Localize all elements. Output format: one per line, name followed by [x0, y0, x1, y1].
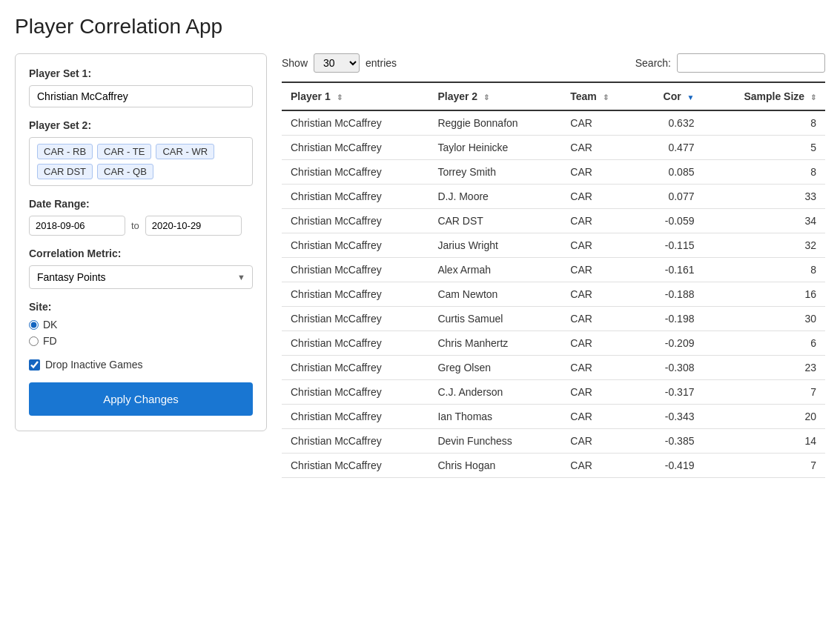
search-control: Search:	[635, 53, 825, 73]
player-set-1-input[interactable]	[29, 85, 253, 107]
cell-sample-size: 7	[703, 454, 825, 478]
cell-player1: Christian McCaffrey	[282, 331, 429, 356]
cell-player1: Christian McCaffrey	[282, 185, 429, 209]
cell-team: CAR	[561, 380, 637, 405]
content-area: Show 10 25 30 50 100 entries Search:	[282, 53, 825, 478]
col-header-player1[interactable]: Player 1 ⇕	[282, 82, 429, 110]
cell-cor: -0.308	[637, 356, 703, 380]
cell-cor: -0.385	[637, 429, 703, 454]
site-dk-radio[interactable]	[29, 320, 39, 330]
site-dk-option[interactable]: DK	[29, 319, 253, 331]
cell-cor: -0.059	[637, 209, 703, 233]
correlation-table: Player 1 ⇕ Player 2 ⇕ Team ⇕ Cor ▼ Sampl	[282, 82, 825, 478]
cell-sample-size: 6	[703, 331, 825, 356]
cell-sample-size: 32	[703, 233, 825, 258]
site-section: Site: DK FD	[29, 301, 253, 347]
tag-car-te[interactable]: CAR - TE	[97, 144, 151, 159]
cell-player2: Torrey Smith	[429, 160, 561, 185]
page-title: Player Correlation App	[15, 15, 825, 39]
table-row: Christian McCaffrey D.J. Moore CAR 0.077…	[282, 185, 825, 209]
search-input[interactable]	[677, 53, 825, 73]
cell-player2: C.J. Anderson	[429, 380, 561, 405]
cell-cor: -0.161	[637, 258, 703, 282]
player-set-2-label: Player Set 2:	[29, 119, 253, 131]
cell-team: CAR	[561, 282, 637, 307]
cell-cor: 0.632	[637, 110, 703, 136]
cell-team: CAR	[561, 233, 637, 258]
cell-player2: Chris Manhertz	[429, 331, 561, 356]
drop-inactive-label: Drop Inactive Games	[45, 359, 143, 371]
col-header-team[interactable]: Team ⇕	[561, 82, 637, 110]
correlation-metric-wrapper: Fantasy Points	[29, 265, 253, 289]
cell-player2: Jarius Wright	[429, 233, 561, 258]
sidebar: Player Set 1: Player Set 2: CAR - RB CAR…	[15, 53, 267, 431]
site-label: Site:	[29, 301, 253, 313]
site-fd-option[interactable]: FD	[29, 335, 253, 347]
cell-sample-size: 14	[703, 429, 825, 454]
entries-select[interactable]: 10 25 30 50 100	[314, 53, 360, 73]
cell-player2: Devin Funchess	[429, 429, 561, 454]
cell-cor: -0.188	[637, 282, 703, 307]
cell-player1: Christian McCaffrey	[282, 405, 429, 429]
cell-team: CAR	[561, 258, 637, 282]
cell-cor: -0.209	[637, 331, 703, 356]
cell-sample-size: 8	[703, 258, 825, 282]
site-fd-radio[interactable]	[29, 336, 39, 346]
cell-player1: Christian McCaffrey	[282, 282, 429, 307]
table-row: Christian McCaffrey Jarius Wright CAR -0…	[282, 233, 825, 258]
cell-sample-size: 23	[703, 356, 825, 380]
cell-team: CAR	[561, 209, 637, 233]
cell-player1: Christian McCaffrey	[282, 258, 429, 282]
correlation-metric-select[interactable]: Fantasy Points	[29, 265, 253, 289]
cell-player2: Taylor Heinicke	[429, 136, 561, 160]
col-header-player2[interactable]: Player 2 ⇕	[429, 82, 561, 110]
table-row: Christian McCaffrey C.J. Anderson CAR -0…	[282, 380, 825, 405]
player2-sort-icon: ⇕	[483, 93, 489, 102]
date-to-input[interactable]	[145, 216, 242, 236]
player-set-2-section: Player Set 2: CAR - RB CAR - TE CAR - WR…	[29, 119, 253, 186]
table-row: Christian McCaffrey Cam Newton CAR -0.18…	[282, 282, 825, 307]
cell-sample-size: 30	[703, 307, 825, 331]
search-label: Search:	[635, 57, 671, 69]
table-row: Christian McCaffrey Chris Manhertz CAR -…	[282, 331, 825, 356]
cell-team: CAR	[561, 405, 637, 429]
cell-player1: Christian McCaffrey	[282, 209, 429, 233]
date-range-label: Date Range:	[29, 198, 253, 210]
cell-cor: 0.077	[637, 185, 703, 209]
cell-cor: 0.085	[637, 160, 703, 185]
cell-sample-size: 16	[703, 282, 825, 307]
cell-cor: -0.198	[637, 307, 703, 331]
col-header-cor[interactable]: Cor ▼	[637, 82, 703, 110]
site-radio-group: DK FD	[29, 319, 253, 347]
cell-player2: Ian Thomas	[429, 405, 561, 429]
cell-player1: Christian McCaffrey	[282, 136, 429, 160]
team-sort-icon: ⇕	[603, 93, 609, 102]
cell-sample-size: 20	[703, 405, 825, 429]
tag-car-wr[interactable]: CAR - WR	[156, 144, 214, 159]
cell-player1: Christian McCaffrey	[282, 110, 429, 136]
cell-team: CAR	[561, 356, 637, 380]
table-row: Christian McCaffrey Torrey Smith CAR 0.0…	[282, 160, 825, 185]
cell-cor: -0.115	[637, 233, 703, 258]
apply-changes-button[interactable]: Apply Changes	[29, 382, 253, 416]
cell-player1: Christian McCaffrey	[282, 454, 429, 478]
cell-player2: Cam Newton	[429, 282, 561, 307]
cell-cor: -0.419	[637, 454, 703, 478]
date-from-input[interactable]	[29, 216, 125, 236]
tag-car-dst[interactable]: CAR DST	[37, 164, 93, 179]
table-row: Christian McCaffrey Devin Funchess CAR -…	[282, 429, 825, 454]
cell-player1: Christian McCaffrey	[282, 233, 429, 258]
table-row: Christian McCaffrey Greg Olsen CAR -0.30…	[282, 356, 825, 380]
cell-player2: Reggie Bonnafon	[429, 110, 561, 136]
cell-player2: Greg Olsen	[429, 356, 561, 380]
cell-team: CAR	[561, 136, 637, 160]
tag-car-rb[interactable]: CAR - RB	[37, 144, 93, 159]
tag-car-qb[interactable]: CAR - QB	[97, 164, 153, 179]
table-row: Christian McCaffrey Chris Hogan CAR -0.4…	[282, 454, 825, 478]
col-header-sample-size[interactable]: Sample Size ⇕	[703, 82, 825, 110]
player-set-2-tags: CAR - RB CAR - TE CAR - WR CAR DST CAR -…	[29, 137, 253, 186]
cell-cor: -0.343	[637, 405, 703, 429]
site-dk-label: DK	[43, 319, 57, 331]
cell-player2: D.J. Moore	[429, 185, 561, 209]
drop-inactive-checkbox[interactable]	[29, 359, 40, 371]
